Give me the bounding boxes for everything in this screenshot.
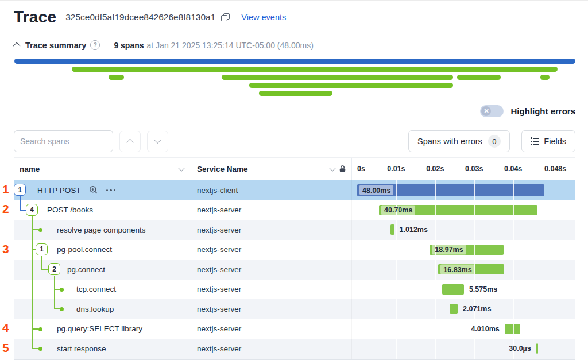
span-row[interactable]: 4POST /booksnextjs-server40.70ms [14,200,575,220]
fields-button[interactable]: Fields [521,130,575,152]
collapse-chevron-icon[interactable] [13,42,21,50]
span-row[interactable]: tcp.connectnextjs-server5.575ms [14,280,575,300]
span-row[interactable]: resolve page componentsnextjs-server1.01… [14,220,575,240]
zoom-in-icon[interactable] [89,185,98,195]
help-icon[interactable]: ? [90,40,100,50]
axis-tick-label: 0s [357,165,365,173]
gridline [396,299,397,319]
span-row[interactable]: 1pg-pool.connectnextjs-server18.97ms [14,240,575,260]
spans-with-errors-button[interactable]: Spans with errors 0 [408,130,510,152]
summary-detail: 9 spansat Jan 21 2025 13:25:14 UTC-05:00… [114,41,313,50]
span-name-cell[interactable]: 1pg-pool.connect [14,240,191,260]
annotation-number: 1 [2,183,9,196]
gridline [396,339,397,359]
minimap-row [14,67,575,72]
table-body: 1HTTP POSTnextjs-client48.00ms4POST /boo… [14,180,575,359]
gridline [513,299,514,319]
leaf-dot-icon [38,347,42,351]
timeline-cell: 30.0µs [352,339,575,359]
minimap-span-bar[interactable] [259,91,332,96]
span-row[interactable]: start responsenextjs-server30.0µs [14,339,575,359]
span-duration-bar[interactable] [442,284,464,295]
service-column-label: Service Name [197,165,248,173]
gridline [513,220,514,240]
span-name: pg.connect [67,265,105,274]
span-duration-bar[interactable] [536,343,538,354]
gridline [435,339,436,359]
service-name: nextjs-server [191,280,352,300]
table-header: name Service Name 0s0.01s0.02s0.03s0.04s… [14,157,575,180]
span-name-cell[interactable]: dns.lookup [14,299,191,319]
minimap-span-bar[interactable] [249,83,453,88]
span-name: resolve page components [57,226,146,234]
span-name: pg.query:SELECT library [57,324,142,333]
trace-id: 325ce0df5af19dcee842626e8f8130a1 [65,12,215,22]
span-duration-label: 18.97ms [432,245,466,254]
span-name-cell[interactable]: resolve page components [14,220,191,240]
service-name: nextjs-server [191,240,352,260]
more-actions-icon[interactable] [106,189,116,192]
span-name-cell[interactable]: 4POST /books [14,200,191,220]
chevron-down-icon[interactable] [178,165,184,171]
span-row[interactable]: 2pg.connectnextjs-server16.83ms [14,260,575,280]
column-header-name[interactable]: name [14,158,191,180]
minimap-span-bar[interactable] [109,75,124,80]
gridline [474,339,475,359]
expand-collapse-badge[interactable]: 1 [14,184,26,196]
service-name: nextjs-server [191,260,352,280]
lock-icon[interactable] [339,165,346,173]
span-row[interactable]: pg.query:SELECT librarynextjs-server4.01… [14,319,575,339]
minimap-span-bar[interactable] [222,75,453,80]
row-actions [89,185,116,195]
span-name-cell[interactable]: tcp.connect [14,280,191,300]
span-name-cell[interactable]: pg.query:SELECT library [14,319,191,339]
minimap-span-bar[interactable] [72,67,558,72]
annotation-number: 5 [2,341,9,355]
axis-tick-label: 0.01s [387,165,405,173]
view-events-link[interactable]: View events [241,13,286,22]
timeline-cell: 5.575ms [352,280,575,300]
name-column-label: name [20,165,40,173]
span-duration-label: 1.012ms [400,226,428,234]
span-duration-label: 5.575ms [469,285,497,293]
previous-match-button[interactable] [119,131,141,152]
gridline [513,180,514,200]
search-spans-input[interactable] [14,130,113,152]
expand-collapse-badge[interactable]: 2 [48,263,60,275]
span-duration-bar[interactable] [390,224,394,235]
chevron-down-icon[interactable] [329,165,335,171]
service-name: nextjs-client [191,180,352,200]
next-match-button[interactable] [147,131,168,152]
span-duration-bar[interactable] [450,304,458,314]
gridline [396,220,397,240]
leaf-dot-icon [38,228,42,232]
minimap-span-bar[interactable] [540,75,550,80]
column-header-service[interactable]: Service Name [191,158,352,180]
highlight-errors-toggle[interactable]: ✕ [480,105,504,117]
gridline [396,180,397,200]
span-duration-bar[interactable] [505,324,520,334]
span-name-cell[interactable]: 2pg.connect [14,260,191,280]
summary-time: at Jan 21 2025 13:25:14 UTC-05:00 (48.00… [147,41,314,50]
gridline [435,180,436,200]
gridline [435,200,436,220]
span-count: 9 spans [114,41,144,50]
span-name-cell[interactable]: start response [14,339,191,359]
span-row[interactable]: dns.lookupnextjs-server2.071ms [14,299,575,319]
trace-minimap[interactable] [14,58,575,98]
span-name-cell[interactable]: 1HTTP POST [14,180,191,200]
leaf-dot-icon [60,307,64,311]
service-name: nextjs-server [191,319,352,339]
gridline [513,280,514,300]
minimap-row [14,83,575,88]
minimap-span-bar[interactable] [14,59,575,64]
expand-collapse-badge[interactable]: 1 [36,243,48,255]
gridline [435,260,436,280]
copy-icon[interactable] [221,13,230,22]
span-row[interactable]: 1HTTP POSTnextjs-client48.00ms [14,180,575,200]
trace-summary-bar: Trace summary ? 9 spansat Jan 21 2025 13… [15,40,314,50]
minimap-span-bar[interactable] [457,75,501,80]
toggle-knob-x-icon: ✕ [481,106,491,116]
service-name: nextjs-server [191,220,352,240]
expand-collapse-badge[interactable]: 4 [26,204,38,216]
